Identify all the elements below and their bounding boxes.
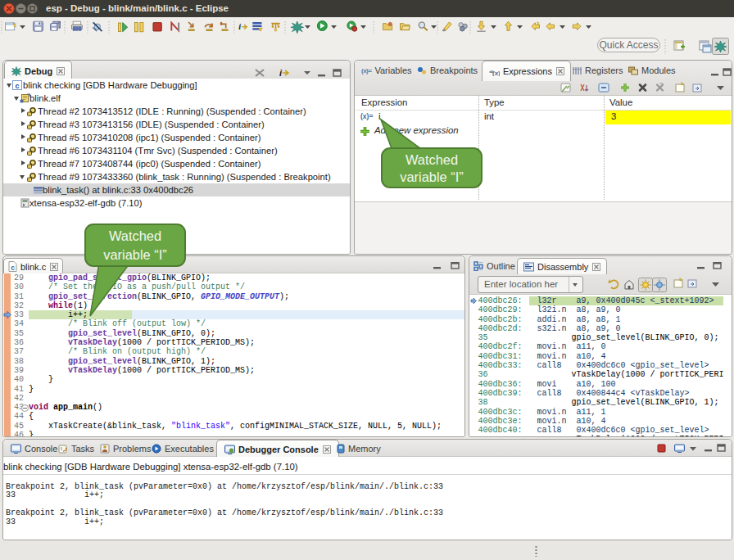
svg-text:i: i [238,22,241,31]
svg-text:(x): (x) [492,70,500,76]
svg-text:i: i [279,68,283,78]
svg-text:c: c [11,264,15,272]
svg-text:c: c [15,82,19,90]
